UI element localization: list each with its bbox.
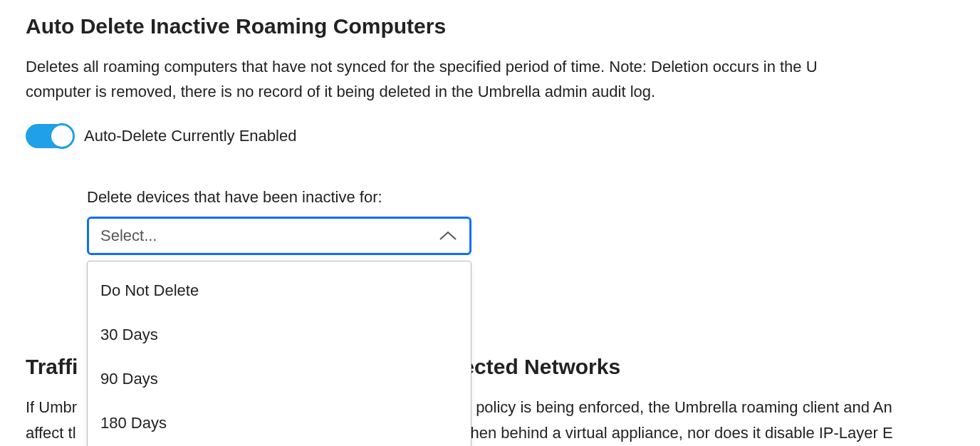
auto-delete-toggle[interactable]: [26, 124, 74, 148]
inactive-period-select-wrap: Select... Do Not Delete 30 Days 90 Days …: [87, 217, 954, 255]
auto-delete-description: Deletes all roaming computers that have …: [26, 54, 954, 104]
traffic-desc-right-2: hen behind a virtual appliance, nor does…: [471, 424, 893, 442]
traffic-desc-left-1: If Umbr: [26, 398, 77, 416]
option-do-not-delete[interactable]: Do Not Delete: [88, 269, 471, 313]
traffic-desc-right-1: policy is being enforced, the Umbrella r…: [476, 398, 892, 416]
inactive-period-select[interactable]: Select...: [87, 217, 471, 255]
traffic-title-right: ected Networks: [462, 355, 620, 378]
inactive-period-select-placeholder: Select...: [100, 227, 157, 245]
inactive-period-field: Delete devices that have been inactive f…: [87, 188, 954, 255]
auto-delete-toggle-row: Auto-Delete Currently Enabled: [26, 124, 954, 148]
auto-delete-toggle-label: Auto-Delete Currently Enabled: [84, 127, 296, 145]
description-line-1: Deletes all roaming computers that have …: [26, 58, 818, 76]
traffic-desc-left-2: affect tl: [26, 424, 76, 442]
toggle-knob: [49, 123, 75, 149]
chevron-up-icon: [438, 229, 458, 242]
option-180-days[interactable]: 180 Days: [88, 401, 471, 445]
traffic-title-left: Traffi: [26, 355, 78, 378]
auto-delete-title: Auto Delete Inactive Roaming Computers: [26, 14, 954, 38]
inactive-period-dropdown: Do Not Delete 30 Days 90 Days 180 Days: [87, 261, 471, 446]
option-90-days[interactable]: 90 Days: [88, 357, 471, 401]
option-30-days[interactable]: 30 Days: [88, 313, 471, 357]
inactive-period-label: Delete devices that have been inactive f…: [87, 188, 954, 207]
description-line-2: computer is removed, there is no record …: [26, 83, 655, 100]
